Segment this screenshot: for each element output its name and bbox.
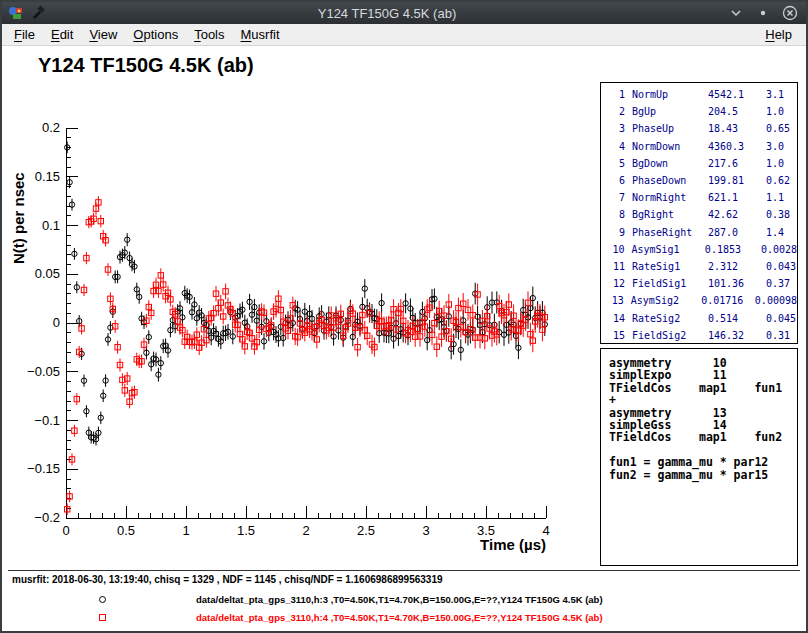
parameter-row: 5BgDown217.61.0 (609, 155, 797, 172)
stats-divider (8, 570, 800, 571)
menu-item-edit[interactable]: Edit (43, 25, 81, 44)
menu-item-tools[interactable]: Tools (186, 25, 232, 44)
y-tick-label: 0.05 (35, 266, 60, 281)
parameter-row: 11RateSig12.3120.043 (609, 258, 797, 275)
parameter-row: 15FieldSig2146.320.31 (609, 327, 797, 344)
theory-line: TFieldCos map1 fun1 (609, 382, 797, 394)
x-axis-title: Time (µs) (406, 536, 546, 553)
fit-stats: musrfit: 2018-06-30, 13:19:40, chisq = 1… (12, 574, 443, 585)
theory-line: + (609, 394, 797, 406)
root-canvas: −0.2−0.15−0.1−0.0500.050.10.150.200.511.… (2, 46, 806, 631)
x-tick-label: 0.5 (117, 523, 135, 538)
parameter-row: 1NormUp4542.13.1 (609, 86, 797, 103)
theory-box: asymmetry 10simplExpo 11TFieldCos map1 f… (600, 348, 798, 566)
window-title: Y124 TF150G 4.5K (ab) (46, 6, 728, 21)
theory-line: fun1 = gamma_mu * par12 (609, 456, 797, 468)
y-tick-label: −0.1 (34, 413, 60, 428)
keep-above-button[interactable] (755, 5, 771, 21)
y-tick-label: −0.15 (27, 461, 60, 476)
menu-item-musrfit[interactable]: Musrfit (233, 25, 288, 44)
legend-entry: data/deltat_pta_gps_3110,h:3 ,T0=4.50K,T… (2, 590, 806, 608)
close-button[interactable] (782, 5, 798, 21)
x-tick-label: 0 (62, 523, 69, 538)
parameter-row: 14RateSig20.5140.045 (609, 310, 797, 327)
parameter-row: 3PhaseUp18.430.65 (609, 120, 797, 137)
parameter-row: 2BgUp204.51.0 (609, 103, 797, 120)
plot-title: Y124 TF150G 4.5K (ab) (38, 54, 254, 77)
parameter-row: 13AsymSig20.017160.00098 (609, 292, 797, 309)
legend: data/deltat_pta_gps_3110,h:3 ,T0=4.50K,T… (2, 590, 806, 626)
app-icon[interactable] (8, 5, 24, 21)
parameter-box: 1NormUp4542.13.12BgUp204.51.03PhaseUp18.… (600, 82, 798, 344)
parameter-row: 10AsymSig10.18530.0028 (609, 241, 797, 258)
parameter-row: 8BgRight42.620.38 (609, 206, 797, 223)
x-tick-label: 2 (302, 523, 309, 538)
theory-line: fun2 = gamma_mu * par15 (609, 469, 797, 481)
x-tick-label: 1 (182, 523, 189, 538)
theory-line: TFieldCos map1 fun2 (609, 431, 797, 443)
theory-line: simplExpo 11 (609, 369, 797, 381)
menu-item-file[interactable]: File (6, 25, 43, 44)
menu-items: FileEditViewOptionsToolsMusrfit (2, 25, 288, 44)
minimize-button[interactable] (728, 5, 744, 21)
y-tick-label: 0 (53, 315, 60, 330)
titlebar: Y124 TF150G 4.5K (ab) (2, 2, 806, 24)
y-tick-label: −0.05 (27, 364, 60, 379)
legend-marker-circle-icon (99, 596, 106, 603)
legend-marker-square-icon (99, 614, 106, 621)
y-tick-label: −0.2 (34, 510, 60, 525)
musrview-window: Y124 TF150G 4.5K (ab) FileEditViewOption… (0, 0, 808, 633)
x-tick-label: 1.5 (237, 523, 255, 538)
menu-item-help[interactable]: Help (757, 25, 800, 44)
legend-entry: data/deltat_pta_gps_3110,h:4 ,T0=4.50K,T… (2, 608, 806, 626)
legend-entry-text: data/deltat_pta_gps_3110,h:3 ,T0=4.50K,T… (196, 594, 603, 605)
parameter-row: 12FieldSig1101.360.37 (609, 275, 797, 292)
parameter-row: 4NormDown4360.33.0 (609, 138, 797, 155)
tool-icon (30, 5, 46, 21)
y-tick-label: 0.15 (35, 169, 60, 184)
parameter-row: 9PhaseRight287.01.4 (609, 224, 797, 241)
menubar: FileEditViewOptionsToolsMusrfit Help (2, 24, 806, 46)
y-axis-title: N(t) per nsec (10, 172, 27, 264)
parameter-row: 7NormRight621.11.1 (609, 189, 797, 206)
legend-entry-text: data/deltat_pta_gps_3110,h:4 ,T0=4.50K,T… (196, 612, 603, 623)
menu-item-view[interactable]: View (81, 25, 125, 44)
parameter-row: 6PhaseDown199.810.62 (609, 172, 797, 189)
menu-item-options[interactable]: Options (125, 25, 186, 44)
series-down-h4 (65, 196, 548, 515)
y-tick-label: 0.1 (42, 218, 60, 233)
y-tick-label: 0.2 (42, 120, 60, 135)
x-tick-label: 2.5 (357, 523, 375, 538)
